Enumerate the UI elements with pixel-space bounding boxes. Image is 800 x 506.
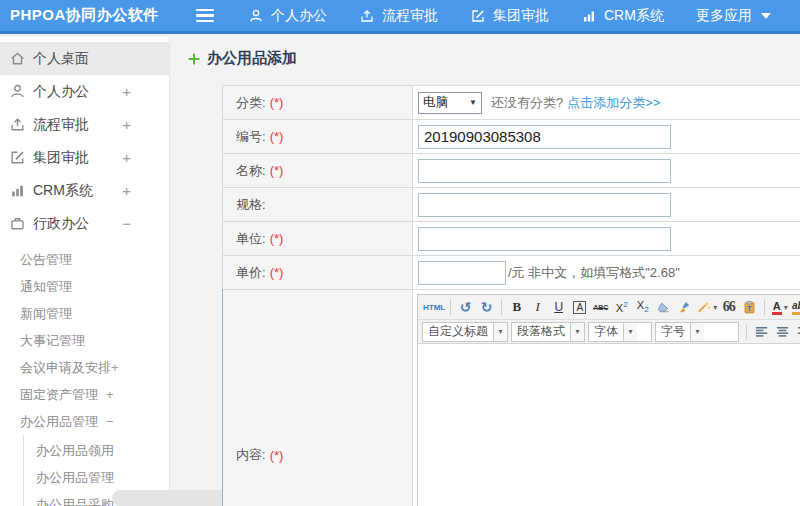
- custom-title-dropdown[interactable]: 自定义标题▾: [422, 322, 508, 342]
- sidebar-item-crm-system[interactable]: CRM系统+: [0, 174, 169, 207]
- italic-button[interactable]: I: [528, 297, 547, 317]
- code-input[interactable]: [418, 125, 671, 149]
- sidebar-subsubitem-label: 办公用品管理: [36, 470, 114, 485]
- caret-down-icon: ▾: [493, 323, 507, 341]
- html-button[interactable]: HTML: [423, 297, 445, 317]
- nav-workflow-approval[interactable]: 流程审批: [343, 0, 454, 31]
- unit-input[interactable]: [418, 227, 671, 251]
- item-name-input[interactable]: [418, 159, 671, 183]
- toggle-expand-icon[interactable]: +: [122, 149, 131, 166]
- nav-personal-office[interactable]: 个人办公: [232, 0, 343, 31]
- form-value-price: /元 非中文，如填写格式"2.68": [413, 256, 800, 289]
- required-marker: (*): [270, 129, 284, 144]
- form-label-text: 内容:: [236, 446, 266, 464]
- nav-more-apps-label: 更多应用: [696, 7, 752, 25]
- pastetext-button[interactable]: T: [740, 297, 759, 317]
- align-right-button[interactable]: [794, 322, 800, 342]
- formatmatch-button[interactable]: [675, 297, 694, 317]
- redo-button[interactable]: ↻: [477, 297, 496, 317]
- form-label-price: 单价: (*): [223, 256, 413, 289]
- form-row-content: 内容: (*)HTML↺↻BIUAABCX2X2▾66TA▾ab▾自定义标题▾段…: [223, 290, 800, 506]
- required-marker: (*): [270, 163, 284, 178]
- sidebar-subsubitem-supplies-manage[interactable]: 办公用品管理: [24, 464, 169, 491]
- sidebar-subitem-label: 固定资产管理: [20, 387, 98, 402]
- form-label-spec: 规格:: [223, 188, 413, 221]
- sidebar-item-group-approval[interactable]: 集团审批+: [0, 141, 169, 174]
- price-input[interactable]: [418, 261, 506, 285]
- font-size-dropdown[interactable]: 字号▾: [655, 322, 739, 342]
- strikethrough-button[interactable]: ABC: [591, 297, 610, 317]
- backcolor-button[interactable]: ab▾: [791, 297, 800, 317]
- nav-group-approval[interactable]: 集团审批: [454, 0, 565, 31]
- blockquote-button[interactable]: 66: [719, 297, 738, 317]
- add-supplies-form: 分类: (*)电脑▼还没有分类?点击添加分类>>编号: (*)名称: (*)规格…: [222, 85, 800, 506]
- caret-down-icon: ▾: [570, 323, 584, 341]
- spec-input[interactable]: [418, 193, 671, 217]
- eraser-button[interactable]: [654, 297, 673, 317]
- undo-button[interactable]: ↺: [456, 297, 475, 317]
- form-row-price: 单价: (*)/元 非中文，如填写格式"2.68": [223, 256, 800, 290]
- bold-button[interactable]: B: [507, 297, 526, 317]
- sidebar-item-workflow-approval[interactable]: 流程审批+: [0, 108, 169, 141]
- nav-workflow-approval-label: 流程审批: [382, 7, 438, 25]
- horizontal-scrollbar-thumb[interactable]: [112, 490, 222, 506]
- editor-content-area[interactable]: [418, 344, 800, 506]
- subscript-button[interactable]: X2: [633, 297, 652, 317]
- sidebar-subsubitem-supplies-claim[interactable]: 办公用品领用: [24, 437, 169, 464]
- toggle-expand-icon[interactable]: +: [122, 83, 131, 100]
- editor-toolbar-row2: 自定义标题▾段落格式▾字体▾字号▾: [418, 320, 800, 344]
- add-category-link[interactable]: 点击添加分类>>: [567, 94, 660, 112]
- superscript-button[interactable]: X2: [612, 297, 631, 317]
- forecolor-button[interactable]: A▾: [770, 297, 789, 317]
- form-value-item-name: [413, 154, 800, 187]
- toggle-expand-icon[interactable]: +: [106, 387, 114, 402]
- menu-hamburger-icon[interactable]: [196, 8, 218, 24]
- toggle-expand-icon[interactable]: +: [122, 116, 131, 133]
- category-select-value: 电脑: [423, 94, 448, 111]
- sidebar-subitem-news-mgmt[interactable]: 新闻管理: [0, 300, 169, 327]
- autotypeset-button[interactable]: ▾: [696, 297, 717, 317]
- required-marker: (*): [270, 448, 284, 463]
- fontborder-button[interactable]: A: [570, 297, 589, 317]
- form-row-spec: 规格:: [223, 188, 800, 222]
- caret-down-icon: ▾: [623, 323, 637, 341]
- form-row-item-name: 名称: (*): [223, 154, 800, 188]
- content-editor: HTML↺↻BIUAABCX2X2▾66TA▾ab▾自定义标题▾段落格式▾字体▾…: [417, 294, 800, 506]
- home-icon: [9, 50, 26, 67]
- sidebar-subitem-fixed-assets-mgmt[interactable]: 固定资产管理+: [0, 381, 169, 408]
- form-label-text: 规格:: [236, 196, 266, 214]
- font-family-dropdown-label: 字体: [589, 323, 623, 340]
- sidebar-subsubitem-label: 办公用品领用: [36, 443, 114, 458]
- toggle-collapse-icon[interactable]: −: [122, 215, 131, 232]
- sidebar-subitem-announcement-mgmt[interactable]: 公告管理: [0, 246, 169, 273]
- sidebar-subitem-meeting-mgmt[interactable]: 会议申请及安排+: [0, 354, 169, 381]
- edit-icon: [470, 8, 486, 24]
- sidebar-subitem-notice-mgmt[interactable]: 通知管理: [0, 273, 169, 300]
- underline-button[interactable]: U: [549, 297, 568, 317]
- toggle-expand-icon[interactable]: +: [111, 360, 119, 375]
- toolbar-separator: [746, 324, 747, 340]
- svg-text:T: T: [748, 304, 753, 311]
- app-logo[interactable]: PHPOA协同办公软件: [0, 6, 178, 25]
- form-label-text: 单价:: [236, 264, 266, 282]
- toggle-collapse-icon[interactable]: −: [106, 414, 114, 429]
- sidebar-subitem-events-mgmt[interactable]: 大事记管理: [0, 327, 169, 354]
- sidebar-subitem-label: 办公用品管理: [20, 414, 98, 429]
- toggle-expand-icon[interactable]: +: [122, 182, 131, 199]
- nav-crm-system[interactable]: CRM系统: [565, 0, 680, 31]
- form-row-code: 编号: (*): [223, 120, 800, 154]
- category-select[interactable]: 电脑▼: [418, 92, 482, 114]
- sidebar-subitem-office-supplies-mgmt[interactable]: 办公用品管理−: [0, 408, 169, 435]
- sidebar-item-personal-office[interactable]: 个人办公+: [0, 75, 169, 108]
- align-left-button[interactable]: [752, 322, 771, 342]
- font-family-dropdown[interactable]: 字体▾: [588, 322, 652, 342]
- align-center-button[interactable]: [773, 322, 792, 342]
- main-content: 办公用品添加 分类: (*)电脑▼还没有分类?点击添加分类>>编号: (*)名称…: [171, 37, 800, 506]
- form-label-text: 单位:: [236, 230, 266, 248]
- form-label-text: 分类:: [236, 94, 266, 112]
- sidebar-item-desktop[interactable]: 个人桌面: [0, 42, 169, 75]
- sidebar: 个人桌面个人办公+流程审批+集团审批+CRM系统+行政办公− 公告管理通知管理新…: [0, 37, 170, 506]
- sidebar-item-admin-office[interactable]: 行政办公−: [0, 207, 169, 240]
- nav-more-apps[interactable]: 更多应用: [680, 0, 787, 31]
- paragraph-format-dropdown[interactable]: 段落格式▾: [511, 322, 585, 342]
